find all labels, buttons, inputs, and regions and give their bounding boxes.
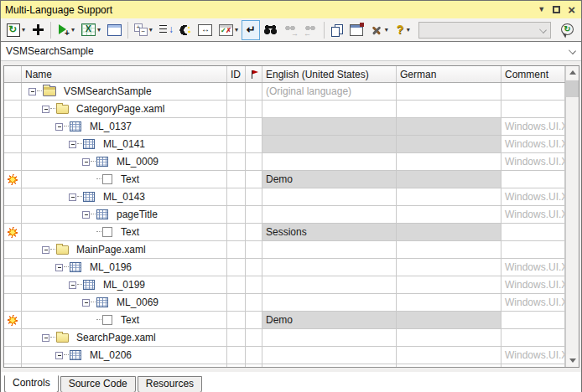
titlebar[interactable]: Multi-Language Support ▼ × [1, 1, 581, 18]
tab-controls[interactable]: Controls [4, 375, 59, 392]
grid-row[interactable]: VSMSearchSample(Original language) [4, 83, 565, 101]
scrollbar-thumb[interactable] [566, 80, 579, 97]
tree-expander[interactable] [55, 123, 63, 131]
german-cell[interactable] [397, 259, 501, 276]
name-cell[interactable]: ML_0143 [22, 188, 227, 205]
name-cell[interactable]: ML_0196 [22, 259, 227, 276]
name-cell[interactable]: ML_0137 [22, 118, 227, 135]
comment-cell[interactable] [501, 83, 565, 100]
checkbox[interactable] [102, 174, 112, 184]
name-cell[interactable]: SearchPage.xaml [22, 329, 227, 346]
grid-row[interactable]: ML_0009Windows.UI.Xa [4, 153, 565, 171]
properties-window-button[interactable] [104, 20, 125, 40]
comment-cell[interactable]: Windows.UI.Xa [501, 347, 565, 364]
english-cell[interactable] [262, 118, 397, 135]
grid-row[interactable]: ML_0199Windows.UI.Xa [4, 276, 565, 294]
grid-row[interactable]: MainPage.xaml [4, 241, 565, 259]
sort-button[interactable] [156, 20, 176, 40]
grid-row[interactable]: ML_0206Windows.UI.Xa [4, 347, 565, 364]
comment-cell[interactable] [501, 101, 565, 117]
scroll-down-button[interactable] [566, 354, 579, 367]
project-selector[interactable]: VSMSearchSample [1, 42, 581, 61]
english-cell[interactable] [262, 276, 397, 293]
tab-source-code[interactable]: Source Code [60, 376, 136, 392]
comment-cell[interactable]: Windows.UI.Xa [501, 153, 565, 170]
comment-cell[interactable]: Windows.UI.Xa [501, 118, 565, 135]
night-mode-button[interactable] [176, 20, 195, 40]
tools-button[interactable]: ▾ [366, 20, 392, 40]
name-cell[interactable]: ML_0141 [22, 136, 227, 152]
tree-expander[interactable] [69, 193, 76, 201]
english-cell[interactable] [262, 294, 397, 311]
comment-cell[interactable]: Windows.UI.Xa [501, 259, 565, 276]
grid-row[interactable]: ML_0141Windows.UI.Xa [4, 136, 565, 153]
grid-row[interactable]: TextDemo [4, 171, 565, 188]
column-width-button[interactable] [195, 20, 216, 40]
comment-cell[interactable] [501, 171, 565, 188]
english-cell[interactable] [262, 347, 397, 364]
german-cell[interactable] [397, 329, 501, 346]
header-name[interactable]: Name [22, 66, 227, 82]
header-flag[interactable] [246, 66, 262, 82]
english-cell[interactable]: Demo [262, 171, 397, 188]
name-cell[interactable]: pageTitle [22, 206, 227, 223]
tree-expander[interactable] [29, 88, 36, 95]
comment-cell[interactable]: Windows.UI.Xa [501, 294, 565, 311]
return-chars-button[interactable] [242, 20, 260, 40]
tree-expander[interactable] [82, 158, 90, 166]
translate-button[interactable] [554, 20, 579, 40]
comment-cell[interactable]: Windows.UI.Xa [501, 136, 565, 152]
german-cell[interactable] [397, 153, 501, 170]
grid-row[interactable]: ML_0211Windows.UI.Xa [4, 364, 565, 367]
tree-expander[interactable] [55, 264, 63, 271]
comment-cell[interactable] [501, 329, 565, 346]
comment-cell[interactable] [501, 241, 565, 258]
vertical-scrollbar[interactable] [565, 66, 579, 367]
find-previous-button[interactable] [301, 20, 321, 40]
german-cell[interactable] [397, 171, 501, 188]
grid-row[interactable]: pageTitleWindows.UI.Xa [4, 206, 565, 224]
grid-row[interactable]: CategoryPage.xaml [4, 101, 565, 118]
german-cell[interactable] [397, 364, 501, 367]
english-cell[interactable] [262, 329, 397, 346]
german-cell[interactable] [397, 241, 501, 258]
name-cell[interactable]: VSMSearchSample [22, 83, 227, 100]
tree-expander[interactable] [42, 106, 49, 113]
comment-cell[interactable] [501, 224, 565, 240]
find-next-button[interactable] [281, 20, 301, 40]
grid-row[interactable]: ML_0143Windows.UI.Xa [4, 188, 565, 206]
header-comment[interactable]: Comment [501, 66, 565, 82]
english-cell[interactable] [262, 136, 397, 152]
tree-expander[interactable] [55, 352, 63, 359]
english-cell[interactable] [262, 364, 397, 367]
german-cell[interactable] [397, 101, 501, 117]
comment-cell[interactable]: Windows.UI.Xa [501, 276, 565, 293]
name-cell[interactable]: ML_0211 [22, 364, 227, 367]
german-cell[interactable] [397, 206, 501, 223]
german-cell[interactable] [397, 188, 501, 205]
grid-row[interactable]: ML_0196Windows.UI.Xa [4, 259, 565, 276]
tree-expander[interactable] [69, 141, 76, 148]
grid-row[interactable]: TextDemo [4, 312, 565, 329]
expand-collapse-button[interactable]: ▾ [131, 20, 156, 40]
name-cell[interactable]: Text [22, 224, 227, 240]
refresh-button[interactable]: ▾ [3, 20, 29, 40]
window-menu-button[interactable]: ▼ [538, 6, 545, 13]
german-cell[interactable] [397, 224, 501, 240]
export-excel-button[interactable]: ▾ [78, 20, 104, 40]
checkbox[interactable] [102, 227, 112, 237]
name-cell[interactable]: ML_0206 [22, 347, 227, 364]
toolbar-combobox[interactable] [418, 22, 551, 39]
german-cell[interactable] [397, 312, 501, 328]
name-cell[interactable]: Text [22, 312, 227, 328]
grid-row[interactable]: SearchPage.xaml [4, 329, 565, 347]
run-button[interactable]: ▾ [54, 20, 78, 40]
add-button[interactable] [29, 20, 48, 40]
name-cell[interactable]: ML_0199 [22, 276, 227, 293]
validate-button[interactable]: ▾ [216, 20, 242, 40]
german-cell[interactable] [397, 294, 501, 311]
name-cell[interactable]: CategoryPage.xaml [22, 101, 227, 117]
english-cell[interactable] [262, 241, 397, 258]
name-cell[interactable]: Text [22, 171, 227, 188]
english-cell[interactable] [262, 259, 397, 276]
